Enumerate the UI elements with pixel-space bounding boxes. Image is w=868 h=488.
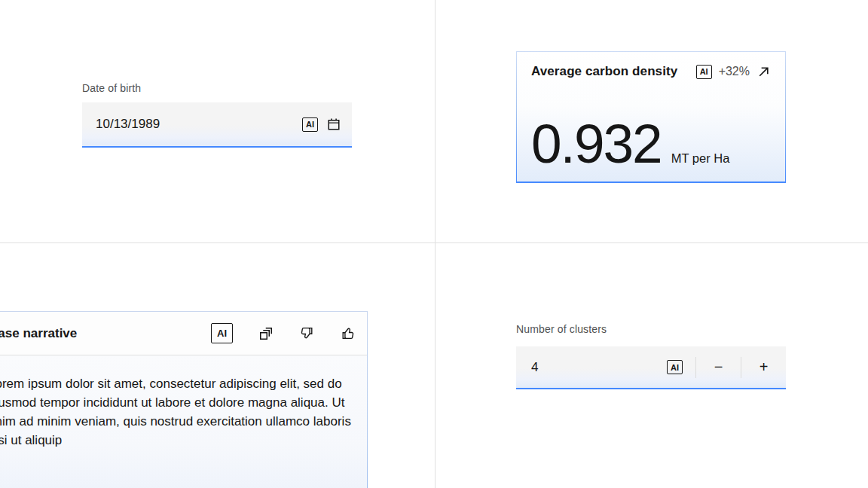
textarea-text[interactable]: Lorem ipsum dolor sit amet, consectetur … — [0, 355, 367, 488]
date-of-birth-field[interactable]: AI — [82, 102, 352, 148]
ai-label-badge[interactable]: AI — [302, 117, 318, 132]
number-of-clusters-field[interactable]: AI − + — [516, 346, 786, 389]
tile-header-right: AI +32% — [696, 65, 771, 79]
date-of-birth-input[interactable] — [96, 117, 293, 132]
calendar-icon[interactable] — [326, 117, 341, 132]
date-of-birth-group: Date of birth AI — [82, 82, 352, 148]
textarea-header: Use case narrative AI — [0, 312, 367, 355]
arrow-up-right-icon — [756, 65, 771, 79]
ai-label-badge[interactable]: AI — [667, 360, 683, 374]
tile-title: Average carbon density — [531, 64, 677, 79]
ai-label-badge[interactable]: AI — [211, 323, 233, 343]
tile-header: Average carbon density AI +32% — [531, 64, 771, 79]
tile-change-value: +32% — [719, 65, 750, 78]
horizontal-grid-divider — [0, 242, 868, 243]
copy-icon[interactable] — [258, 325, 274, 342]
number-of-clusters-label: Number of clusters — [516, 323, 786, 335]
number-of-clusters-group: Number of clusters AI − + — [516, 323, 786, 389]
number-stepper-controls: AI − + — [667, 346, 786, 388]
number-of-clusters-input[interactable] — [531, 360, 667, 375]
tile-metric-unit: MT per Ha — [671, 151, 730, 166]
vertical-grid-divider — [435, 0, 436, 488]
increment-button[interactable]: + — [741, 346, 786, 388]
textarea-actions: AI — [211, 323, 356, 343]
tile-metric-value: 0.932 — [531, 116, 662, 171]
thumbs-down-icon[interactable] — [299, 325, 315, 341]
textarea-label: Use case narrative — [0, 326, 77, 341]
tile-value-row: 0.932 MT per Ha — [531, 116, 771, 171]
decrement-button[interactable]: − — [696, 346, 741, 388]
thumbs-up-icon[interactable] — [340, 325, 356, 341]
date-of-birth-label: Date of birth — [82, 82, 352, 94]
carbon-density-tile: Average carbon density AI +32% 0.932 MT … — [516, 51, 786, 183]
narrative-textarea-inner: Use case narrative AI — [0, 312, 367, 488]
carbon-density-tile-inner: Average carbon density AI +32% 0.932 MT … — [517, 52, 785, 181]
ai-label-badge[interactable]: AI — [696, 65, 712, 79]
date-field-icons: AI — [302, 117, 341, 132]
narrative-textarea: Use case narrative AI — [0, 311, 368, 488]
ai-components-showcase: Date of birth AI Average carbon density — [0, 0, 868, 488]
